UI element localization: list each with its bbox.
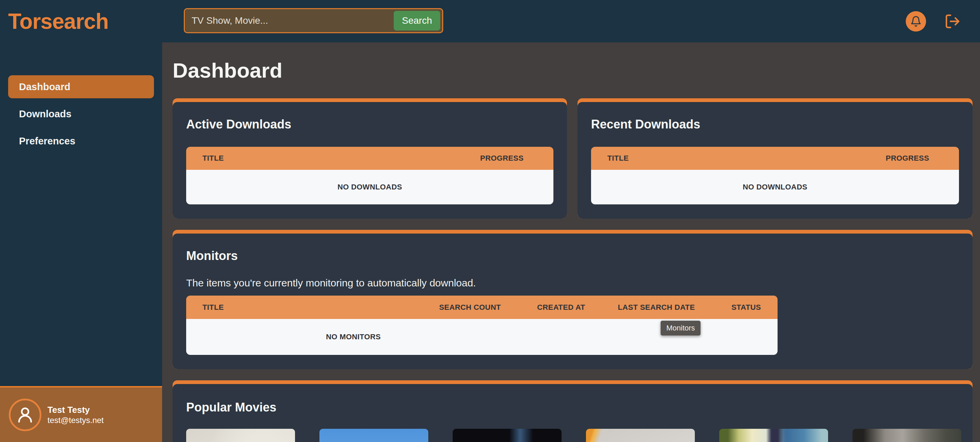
movie-poster[interactable] — [453, 429, 562, 442]
active-downloads-card: Active Downloads TITLE PROGRESS NO DOWNL… — [173, 98, 567, 219]
table-header: TITLE PROGRESS — [591, 147, 959, 170]
column-progress: PROGRESS — [886, 154, 929, 163]
sidebar-item-dashboard[interactable]: Dashboard — [8, 75, 154, 98]
table-header: TITLE PROGRESS — [186, 147, 554, 170]
movie-poster[interactable] — [186, 429, 295, 442]
page-title: Dashboard — [173, 59, 972, 82]
column-progress: PROGRESS — [480, 154, 523, 163]
avatar — [9, 399, 41, 431]
popular-movies-title: Popular Movies — [186, 401, 959, 414]
user-name: Test Testy — [48, 404, 104, 415]
column-last-search-date: LAST SEARCH DATE — [618, 303, 732, 312]
sidebar-item-label: Dashboard — [19, 81, 70, 92]
search-input[interactable] — [185, 9, 394, 32]
top-header: Torsearch Search — [0, 0, 980, 42]
column-status: STATUS — [732, 303, 778, 312]
column-title: TITLE — [186, 303, 439, 312]
table-header: TITLE SEARCH COUNT CREATED AT LAST SEARC… — [186, 296, 778, 319]
recent-downloads-table: TITLE PROGRESS NO DOWNLOADS — [591, 147, 959, 204]
recent-downloads-title: Recent Downloads — [591, 118, 959, 131]
user-panel[interactable]: Test Testy test@testys.net — [0, 386, 162, 442]
search-bar: Search — [184, 8, 443, 33]
sidebar-item-preferences[interactable]: Preferences — [8, 129, 154, 153]
user-icon — [15, 405, 35, 425]
user-email: test@testys.net — [48, 415, 104, 425]
active-downloads-title: Active Downloads — [186, 118, 554, 131]
poster-row — [186, 429, 959, 442]
bell-icon — [910, 16, 922, 27]
logout-button[interactable] — [944, 13, 961, 30]
movie-poster[interactable] — [586, 429, 695, 442]
header-actions — [906, 11, 980, 32]
column-title: TITLE — [202, 154, 224, 163]
main-content: Dashboard Active Downloads TITLE PROGRES… — [162, 42, 980, 442]
notifications-button[interactable] — [906, 11, 926, 32]
monitors-title: Monitors — [186, 249, 959, 263]
empty-state-row: NO DOWNLOADS — [591, 170, 959, 204]
column-title: TITLE — [607, 154, 629, 163]
movie-poster[interactable] — [719, 429, 828, 442]
app-logo: Torsearch — [8, 11, 108, 32]
column-search-count: SEARCH COUNT — [439, 303, 537, 312]
empty-state-row: NO DOWNLOADS — [186, 170, 554, 204]
monitors-tooltip: Monitors — [660, 321, 701, 335]
monitors-card: Monitors The items you're currently moni… — [173, 230, 972, 369]
sidebar-nav: Dashboard Downloads Preferences — [0, 42, 162, 153]
active-downloads-table: TITLE PROGRESS NO DOWNLOADS — [186, 147, 554, 204]
sidebar-item-downloads[interactable]: Downloads — [8, 102, 154, 126]
popular-movies-card: Popular Movies — [173, 380, 972, 442]
logout-icon — [944, 13, 961, 30]
monitors-description: The items you're currently monitoring to… — [186, 277, 959, 289]
sidebar-item-label: Preferences — [19, 135, 75, 147]
column-created-at: CREATED AT — [537, 303, 618, 312]
sidebar: Dashboard Downloads Preferences Test Tes… — [0, 42, 162, 442]
movie-poster[interactable] — [320, 429, 428, 442]
search-button[interactable]: Search — [394, 11, 440, 30]
downloads-cards-row: Active Downloads TITLE PROGRESS NO DOWNL… — [173, 98, 972, 219]
user-meta: Test Testy test@testys.net — [48, 404, 104, 425]
movie-poster[interactable] — [853, 429, 961, 442]
sidebar-item-label: Downloads — [19, 108, 72, 120]
recent-downloads-card: Recent Downloads TITLE PROGRESS NO DOWNL… — [578, 98, 972, 219]
